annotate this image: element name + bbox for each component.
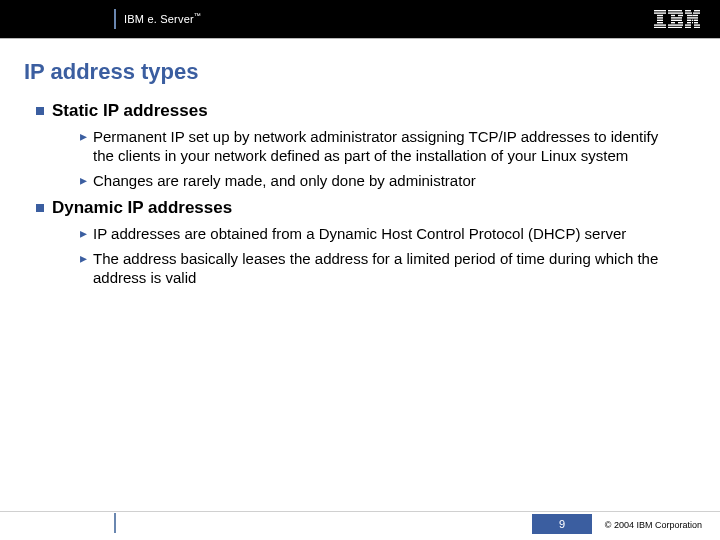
svg-rect-33 (685, 24, 691, 25)
square-bullet-icon (36, 107, 44, 115)
brand-name: IBM e. Server (124, 13, 194, 25)
bullet-text: IP addresses are obtained from a Dynamic… (93, 224, 626, 243)
svg-rect-32 (694, 22, 698, 23)
list-item: ▸ Changes are rarely made, and only done… (80, 171, 676, 190)
svg-rect-4 (657, 20, 663, 21)
arrow-bullet-icon: ▸ (80, 127, 87, 146)
svg-rect-28 (692, 20, 694, 21)
svg-rect-1 (654, 12, 666, 13)
header-left: IBM e. Server™ (0, 0, 201, 38)
svg-rect-27 (687, 20, 691, 21)
footer-bar: 9 © 2004 IBM Corporation (0, 506, 720, 540)
arrow-bullet-icon: ▸ (80, 171, 87, 190)
svg-rect-19 (694, 10, 700, 11)
svg-rect-34 (694, 24, 700, 25)
svg-rect-6 (654, 24, 666, 25)
svg-rect-13 (671, 20, 682, 21)
ibm-logo-icon (654, 10, 700, 28)
copyright-text: © 2004 IBM Corporation (605, 520, 702, 530)
svg-rect-0 (654, 10, 666, 11)
footer-separator (114, 513, 116, 533)
svg-rect-17 (668, 27, 682, 28)
section-heading: Dynamic IP addresses (52, 198, 232, 218)
svg-rect-15 (678, 22, 683, 23)
svg-rect-9 (668, 12, 683, 13)
svg-rect-11 (678, 15, 683, 16)
svg-rect-16 (668, 24, 683, 25)
arrow-bullet-icon: ▸ (80, 224, 87, 243)
svg-rect-31 (692, 22, 693, 23)
svg-rect-29 (694, 20, 698, 21)
svg-rect-7 (654, 27, 666, 28)
section-static: Static IP addresses ▸ Permanent IP set u… (24, 101, 696, 190)
svg-rect-30 (687, 22, 691, 23)
slide-content: IP address types Static IP addresses ▸ P… (0, 39, 720, 287)
svg-rect-23 (693, 15, 699, 16)
square-bullet-icon (36, 204, 44, 212)
svg-rect-5 (657, 22, 663, 23)
list-item: ▸ IP addresses are obtained from a Dynam… (80, 224, 676, 243)
svg-rect-25 (691, 17, 694, 18)
svg-rect-8 (668, 10, 682, 11)
svg-rect-14 (671, 22, 675, 23)
header-separator (114, 9, 116, 29)
svg-rect-20 (685, 12, 692, 13)
section-heading: Static IP addresses (52, 101, 208, 121)
page-number: 9 (559, 518, 565, 530)
svg-rect-12 (671, 17, 682, 18)
svg-rect-24 (687, 17, 691, 18)
svg-rect-18 (685, 10, 691, 11)
section-heading-row: Static IP addresses (36, 101, 696, 121)
svg-rect-36 (694, 27, 700, 28)
svg-rect-3 (657, 17, 663, 18)
header-bar: IBM e. Server™ (0, 0, 720, 38)
trademark-symbol: ™ (194, 12, 201, 19)
bullet-text: The address basically leases the address… (93, 249, 676, 287)
list-item: ▸ The address basically leases the addre… (80, 249, 676, 287)
svg-rect-35 (685, 27, 691, 28)
bullet-text: Changes are rarely made, and only done b… (93, 171, 476, 190)
page-number-badge: 9 (532, 514, 592, 534)
list-item: ▸ Permanent IP set up by network adminis… (80, 127, 676, 165)
brand-text: IBM e. Server™ (124, 13, 201, 25)
section-dynamic: Dynamic IP addresses ▸ IP addresses are … (24, 198, 696, 287)
svg-rect-10 (671, 15, 675, 16)
svg-rect-22 (687, 15, 693, 16)
bullet-text: Permanent IP set up by network administr… (93, 127, 676, 165)
svg-rect-2 (657, 15, 663, 16)
svg-rect-21 (693, 12, 700, 13)
arrow-bullet-icon: ▸ (80, 249, 87, 268)
svg-rect-26 (694, 17, 698, 18)
section-heading-row: Dynamic IP addresses (36, 198, 696, 218)
page-title: IP address types (24, 59, 696, 85)
